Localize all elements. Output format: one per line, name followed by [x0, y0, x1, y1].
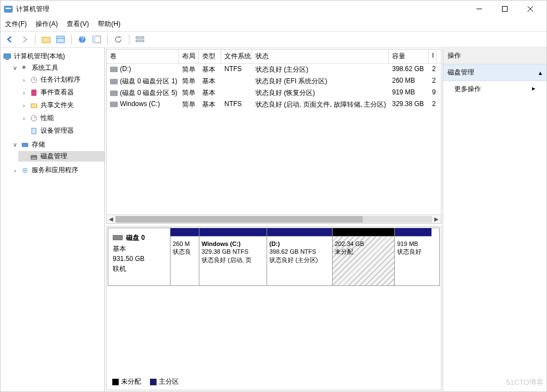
app-icon — [4, 4, 13, 13]
partition[interactable]: 260 M状态良 — [170, 228, 199, 285]
svg-rect-6 — [42, 37, 50, 43]
tree-storage[interactable]: ∨ 存储 — [9, 139, 104, 150]
tree-performance[interactable]: ›性能 — [18, 113, 104, 123]
scroll-right-icon[interactable]: ▶ — [432, 216, 441, 222]
volume-rows: (D:)简单基本NTFS状态良好 (主分区)398.62 GB2(磁盘 0 磁盘… — [107, 64, 441, 214]
forward-icon[interactable] — [18, 33, 31, 46]
volume-row[interactable]: (磁盘 0 磁盘分区 5)简单基本状态良好 (恢复分区)919 MB9 — [107, 87, 441, 99]
tree-device-manager[interactable]: 设备管理器 — [18, 125, 104, 136]
col-volume[interactable]: 卷 — [107, 49, 179, 63]
content: 计算机管理(本地) ∨ 系统工具 ›任务计划程序 ›事件查看器 ›共享文件夹 — [1, 48, 546, 391]
tree-label: 存储 — [32, 140, 45, 149]
tree-root-label: 计算机管理(本地) — [14, 52, 65, 61]
menu-action[interactable]: 操作(A) — [36, 19, 58, 29]
close-button[interactable] — [518, 1, 543, 17]
list-icon[interactable] — [134, 33, 146, 46]
pane-icon[interactable] — [91, 33, 103, 46]
menu-file[interactable]: 文件(F) — [5, 19, 27, 29]
disk-name: 磁盘 0 — [126, 233, 145, 243]
svg-rect-14 — [136, 40, 144, 42]
svg-text:?: ? — [81, 36, 84, 43]
col-status[interactable]: 状态 — [252, 49, 389, 63]
twisty-closed-icon[interactable]: › — [21, 77, 27, 83]
svg-rect-19 — [31, 104, 37, 108]
twisty-open-icon[interactable]: ∨ — [12, 64, 18, 72]
tree-root[interactable]: 计算机管理(本地) — [1, 51, 104, 62]
tree-label: 设备管理器 — [41, 126, 74, 135]
disk-type: 基本 — [113, 244, 165, 254]
col-capacity[interactable]: 容量 — [389, 49, 429, 63]
tree-label: 事件查看器 — [41, 88, 74, 97]
toolbar: ? — [1, 31, 546, 48]
col-type[interactable]: 类型 — [199, 49, 221, 63]
help-icon[interactable]: ? — [76, 33, 88, 46]
device-icon — [29, 127, 38, 135]
book-icon — [29, 88, 38, 97]
twisty-closed-icon[interactable]: › — [21, 89, 27, 96]
volume-row[interactable]: Windows (C:)简单基本NTFS状态良好 (启动, 页面文件, 故障转储… — [107, 99, 441, 110]
twisty-open-icon[interactable]: ∨ — [12, 141, 18, 148]
disk-info[interactable]: 磁盘 0 基本 931.50 GB 联机 — [108, 228, 170, 285]
menubar: 文件(F) 操作(A) 查看(V) 帮助(H) — [1, 17, 546, 31]
tree-shared-folders[interactable]: ›共享文件夹 — [18, 100, 104, 110]
maximize-button[interactable] — [492, 1, 518, 17]
computer-icon — [3, 52, 12, 61]
twisty-closed-icon[interactable]: › — [21, 115, 27, 122]
col-filesystem[interactable]: 文件系统 — [221, 49, 252, 63]
partition[interactable]: Windows (C:)329.38 GB NTFS状态良好 (启动, 页 — [199, 228, 267, 285]
twisty-closed-icon[interactable]: › — [12, 167, 18, 174]
chevron-right-icon: ▸ — [532, 84, 535, 94]
svg-rect-3 — [503, 7, 508, 12]
tree-label: 任务计划程序 — [41, 75, 81, 84]
actions-group[interactable]: 磁盘管理 ▴ — [443, 64, 546, 81]
volume-icon — [110, 91, 118, 96]
partition-body: 919 MB状态良好 — [395, 236, 431, 285]
back-icon[interactable] — [4, 33, 16, 46]
tree-disk-management[interactable]: 磁盘管理 — [18, 151, 104, 162]
tree-task-scheduler[interactable]: ›任务计划程序 — [18, 74, 104, 85]
menu-help[interactable]: 帮助(H) — [98, 19, 121, 29]
legend: 未分配 主分区 — [108, 375, 440, 389]
horizontal-scrollbar[interactable]: ◀ ▶ — [107, 214, 441, 223]
col-layout[interactable]: 布局 — [179, 49, 199, 63]
disk-row: 磁盘 0 基本 931.50 GB 联机 260 M状态良Windows (C:… — [108, 228, 440, 286]
partition-body: (D:)398.62 GB NTFS状态良好 (主分区) — [267, 236, 332, 285]
partition-header — [395, 228, 431, 236]
actions-group-label: 磁盘管理 — [448, 68, 474, 77]
view-icon[interactable] — [54, 33, 67, 46]
twisty-closed-icon[interactable]: › — [21, 102, 27, 109]
disk-layout: 磁盘 0 基本 931.50 GB 联机 260 M状态良Windows (C:… — [106, 226, 441, 390]
actions-pane: 操作 磁盘管理 ▴ 更多操作 ▸ — [443, 48, 546, 391]
clock-icon — [29, 76, 38, 84]
partition-body: 202.34 GB未分配 — [333, 236, 394, 285]
volume-icon — [110, 79, 118, 84]
volume-row[interactable]: (磁盘 0 磁盘分区 1)简单基本状态良好 (EFI 系统分区)260 MB2 — [107, 76, 441, 87]
tree-services-apps[interactable]: › 服务和应用程序 — [9, 165, 104, 175]
partition[interactable]: (D:)398.62 GB NTFS状态良好 (主分区) — [267, 228, 333, 285]
actions-more[interactable]: 更多操作 ▸ — [443, 81, 546, 97]
folder-icon[interactable] — [40, 33, 52, 46]
col-free[interactable]: I — [429, 49, 436, 63]
storage-icon — [21, 140, 29, 149]
partition[interactable]: 202.34 GB未分配 — [333, 228, 395, 285]
menu-view[interactable]: 查看(V) — [67, 19, 89, 29]
tree-system-tools[interactable]: ∨ 系统工具 — [9, 63, 104, 73]
disk-icon — [29, 152, 38, 161]
tree-event-viewer[interactable]: ›事件查看器 — [18, 87, 104, 98]
partition-body: 260 M状态良 — [170, 236, 199, 285]
partition-header — [199, 228, 267, 236]
partition[interactable]: 919 MB状态良好 — [395, 228, 431, 285]
svg-rect-24 — [31, 157, 37, 159]
minimize-button[interactable] — [466, 1, 492, 17]
partition-area: 260 M状态良Windows (C:)329.38 GB NTFS状态良好 (… — [170, 228, 439, 285]
scroll-left-icon[interactable]: ◀ — [107, 216, 116, 222]
perf-icon — [29, 114, 38, 123]
refresh-icon[interactable] — [112, 33, 124, 46]
svg-rect-18 — [32, 90, 36, 96]
svg-rect-12 — [93, 36, 96, 43]
tree-label: 磁盘管理 — [41, 152, 67, 161]
collapse-icon[interactable]: ▴ — [539, 69, 542, 77]
volume-row[interactable]: (D:)简单基本NTFS状态良好 (主分区)398.62 GB2 — [107, 64, 441, 76]
tree-label: 性能 — [41, 113, 54, 123]
svg-rect-22 — [22, 143, 28, 147]
